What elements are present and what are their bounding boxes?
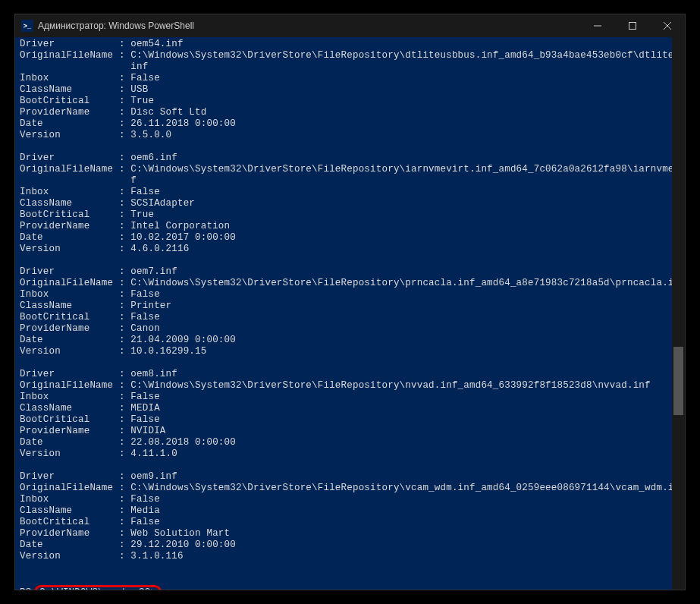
prompt-path-highlight: C:\WINDOWS\system32>	[34, 585, 162, 590]
maximize-button[interactable]	[615, 14, 650, 37]
scrollbar-thumb[interactable]	[673, 347, 683, 415]
driver-entry: Driver : oem7.inf OriginalFileName : C:\…	[20, 266, 672, 357]
svg-rect-1	[629, 23, 636, 30]
powershell-icon: >_	[21, 20, 33, 32]
minimize-button[interactable]	[580, 14, 615, 37]
window-controls	[580, 14, 685, 37]
close-button[interactable]	[650, 14, 685, 37]
driver-entry: Driver : oem9.inf OriginalFileName : C:\…	[20, 471, 672, 562]
terminal-output[interactable]: Driver : oem54.inf OriginalFileName : C:…	[15, 37, 672, 590]
prompt-line: PS C:\WINDOWS\system32>	[20, 587, 162, 590]
driver-entry: Driver : oem54.inf OriginalFileName : C:…	[20, 39, 672, 141]
driver-entry: Driver : oem8.inf OriginalFileName : C:\…	[20, 369, 672, 460]
driver-entry: Driver : oem6.inf OriginalFileName : C:\…	[20, 153, 672, 255]
scrollbar[interactable]	[672, 37, 685, 590]
powershell-window: >_ Администратор: Windows PowerShell Dri…	[14, 14, 686, 590]
window-title: Администратор: Windows PowerShell	[38, 20, 580, 31]
titlebar[interactable]: >_ Администратор: Windows PowerShell	[15, 14, 685, 37]
